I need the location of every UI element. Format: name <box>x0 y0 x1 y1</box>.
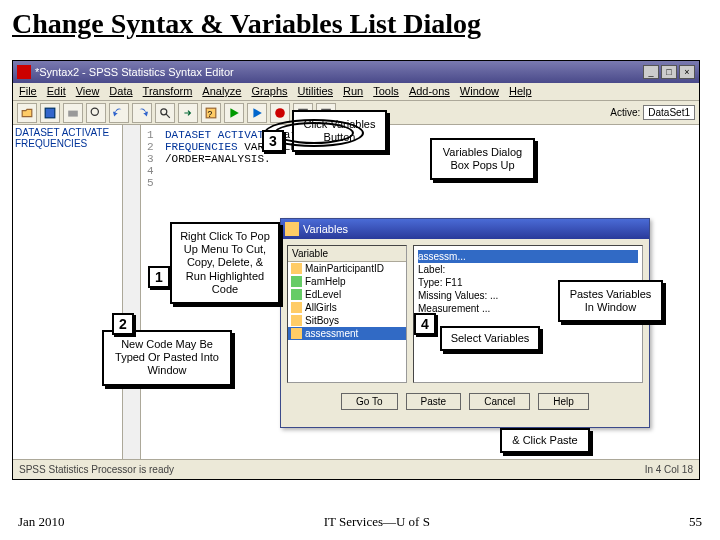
goto-button[interactable]: Go To <box>341 393 398 410</box>
list-item: EdLevel <box>288 288 406 301</box>
svg-rect-0 <box>45 108 55 118</box>
menu-data[interactable]: Data <box>109 85 132 98</box>
menu-graphs[interactable]: Graphs <box>251 85 287 98</box>
footer-org: IT Services—U of S <box>324 514 430 530</box>
svg-text:?: ? <box>207 108 212 118</box>
list-item: FamHelp <box>288 275 406 288</box>
footer-date: Jan 2010 <box>18 514 65 530</box>
titlebar: *Syntax2 - SPSS Statistics Syntax Editor… <box>13 61 699 83</box>
prop-label-value: Label: <box>418 263 638 276</box>
callout-pastes-vars: Pastes Variables In Window <box>558 280 663 322</box>
cancel-button[interactable]: Cancel <box>469 393 530 410</box>
variable-list[interactable]: Variable MainParticipantID FamHelp EdLev… <box>287 245 407 383</box>
callout-click-paste: & Click Paste <box>500 428 590 453</box>
redo-icon[interactable] <box>132 103 152 123</box>
menu-tools[interactable]: Tools <box>373 85 399 98</box>
variables-titlebar: Variables <box>281 219 649 239</box>
gutter-strip <box>123 125 141 459</box>
list-item: MainParticipantID <box>288 262 406 275</box>
menu-utilities[interactable]: Utilities <box>298 85 333 98</box>
footer-page: 55 <box>689 514 702 530</box>
nav-item[interactable]: FREQUENCIES <box>15 138 120 149</box>
menu-addons[interactable]: Add-ons <box>409 85 450 98</box>
prop-label: assessm... <box>418 250 638 263</box>
paste-button[interactable]: Paste <box>406 393 462 410</box>
menu-view[interactable]: View <box>76 85 100 98</box>
svg-line-4 <box>166 114 170 118</box>
menu-transform[interactable]: Transform <box>143 85 193 98</box>
command-nav[interactable]: DATASET ACTIVATE FREQUENCIES <box>13 125 123 459</box>
undo-icon[interactable] <box>109 103 129 123</box>
save-icon[interactable] <box>40 103 60 123</box>
preview-icon[interactable] <box>86 103 106 123</box>
menu-edit[interactable]: Edit <box>47 85 66 98</box>
find-icon[interactable] <box>155 103 175 123</box>
svg-rect-1 <box>68 110 78 116</box>
close-button[interactable]: × <box>679 65 695 79</box>
status-text: SPSS Statistics Processor is ready <box>19 464 635 475</box>
run-sel-icon[interactable] <box>247 103 267 123</box>
callout-select-vars: Select Variables <box>440 326 540 351</box>
menu-analyze[interactable]: Analyze <box>202 85 241 98</box>
goto-icon[interactable] <box>178 103 198 123</box>
variables-dialog: Variables Variable MainParticipantID Fam… <box>280 218 650 428</box>
step-2: 2 <box>112 313 134 335</box>
cursor-pos: In 4 Col 18 <box>645 464 693 475</box>
window-title: *Syntax2 - SPSS Statistics Syntax Editor <box>35 66 234 78</box>
menu-file[interactable]: File <box>19 85 37 98</box>
menu-help[interactable]: Help <box>509 85 532 98</box>
active-dataset[interactable]: DataSet1 <box>643 105 695 120</box>
svg-point-2 <box>91 108 98 115</box>
variables-dialog-title: Variables <box>303 223 348 235</box>
step-3: 3 <box>262 130 284 152</box>
minimize-button[interactable]: _ <box>643 65 659 79</box>
menu-run[interactable]: Run <box>343 85 363 98</box>
statusbar: SPSS Statistics Processor is ready In 4 … <box>13 459 699 479</box>
menubar: File Edit View Data Transform Analyze Gr… <box>13 83 699 101</box>
footer: Jan 2010 IT Services—U of S 55 <box>0 514 720 530</box>
run-icon[interactable] <box>224 103 244 123</box>
open-icon[interactable] <box>17 103 37 123</box>
list-item: AllGirls <box>288 301 406 314</box>
active-label: Active: <box>610 107 640 118</box>
list-item-selected: assessment <box>288 327 406 340</box>
step-1: 1 <box>148 266 170 288</box>
slide-title: Change Syntax & Variables List Dialog <box>0 0 720 44</box>
callout-right-click: Right Click To Pop Up Menu To Cut, Copy,… <box>170 222 280 304</box>
variables-icon[interactable]: ? <box>201 103 221 123</box>
callout-new-code: New Code May Be Typed Or Pasted Into Win… <box>102 330 232 386</box>
callout-click-variables: Click Variables Button <box>292 110 387 152</box>
stop-icon[interactable] <box>270 103 290 123</box>
svg-point-3 <box>161 108 167 114</box>
help-button[interactable]: Help <box>538 393 589 410</box>
step-4: 4 <box>414 313 436 335</box>
print-icon[interactable] <box>63 103 83 123</box>
list-item: SitBoys <box>288 314 406 327</box>
spss-icon <box>17 65 31 79</box>
nav-item[interactable]: DATASET ACTIVATE <box>15 127 120 138</box>
variable-list-header: Variable <box>288 246 406 262</box>
menu-window[interactable]: Window <box>460 85 499 98</box>
svg-point-7 <box>275 108 285 118</box>
callout-dialog-pops: Variables Dialog Box Pops Up <box>430 138 535 180</box>
variables-dialog-icon <box>285 222 299 236</box>
maximize-button[interactable]: □ <box>661 65 677 79</box>
